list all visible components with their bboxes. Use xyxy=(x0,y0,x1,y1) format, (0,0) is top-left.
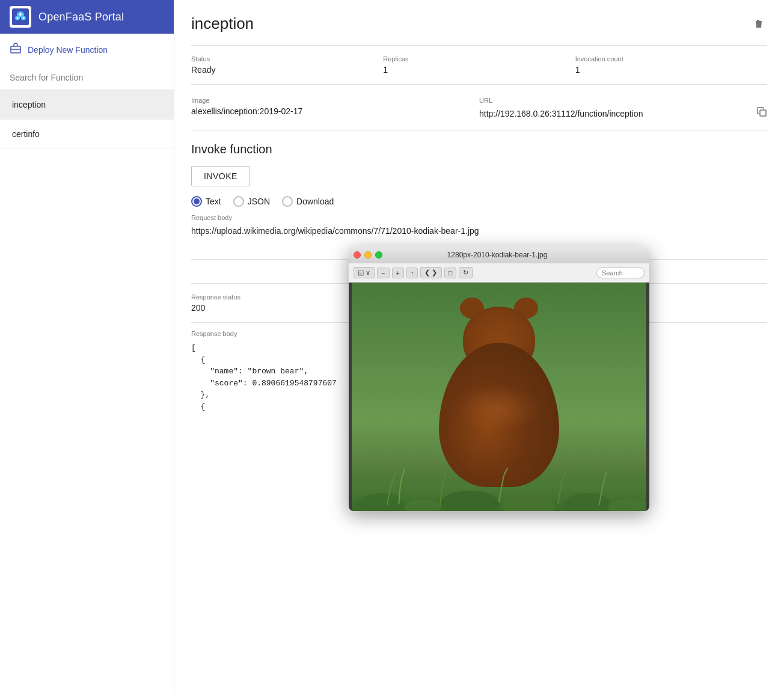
mac-titlebar: 1280px-2010-kodiak-bear-1.jpg xyxy=(349,246,649,263)
radio-download-label: Download xyxy=(296,197,334,206)
replicas-value: 1 xyxy=(383,65,575,75)
function-title: inception xyxy=(191,14,254,33)
svg-point-14 xyxy=(502,495,555,511)
mac-share[interactable]: ↑ xyxy=(406,268,418,278)
sidebar: OpenFaaS Portal Deploy New Function ince… xyxy=(0,0,174,692)
radio-download[interactable]: Download xyxy=(282,196,334,207)
meta-grid-top: Status Ready Replicas 1 Invocation count… xyxy=(191,45,767,85)
status-label: Status xyxy=(191,55,383,63)
radio-text-circle xyxy=(191,196,202,207)
radio-json-label: JSON xyxy=(248,197,270,206)
mac-search-input[interactable] xyxy=(596,268,645,278)
search-container xyxy=(0,66,174,90)
svg-point-5 xyxy=(17,17,19,19)
url-label: URL xyxy=(479,97,767,104)
mac-rotate[interactable]: ↻ xyxy=(459,267,473,278)
sidebar-header: OpenFaaS Portal xyxy=(0,0,174,34)
svg-point-11 xyxy=(358,493,405,511)
invoke-section: Invoke function INVOKE Text JSON Downloa… xyxy=(191,142,767,262)
url-value: http://192.168.0.26:31112/function/incep… xyxy=(479,109,643,118)
invocation-label: Invocation count xyxy=(575,55,767,63)
radio-text[interactable]: Text xyxy=(191,196,221,207)
function-list: inception certinfo xyxy=(0,90,174,149)
meta-replicas: Replicas 1 xyxy=(383,53,575,77)
search-input[interactable] xyxy=(10,70,164,85)
app-logo-icon xyxy=(10,6,31,28)
function-item-certinfo[interactable]: certinfo xyxy=(0,120,174,149)
svg-point-12 xyxy=(405,499,440,511)
mac-slideshow[interactable]: □ xyxy=(444,268,457,278)
deploy-button-label: Deploy New Function xyxy=(28,45,108,55)
meta-grid-bottom: Image alexellis/inception:2019-02-17 URL… xyxy=(191,87,767,130)
meta-image: Image alexellis/inception:2019-02-17 xyxy=(191,94,479,123)
url-row: http://192.168.0.26:31112/function/incep… xyxy=(479,106,767,120)
copy-url-button[interactable] xyxy=(756,106,767,120)
invocation-value: 1 xyxy=(575,65,767,75)
mac-annotate[interactable]: ❮ ❯ xyxy=(420,267,441,278)
meta-invocation: Invocation count 1 xyxy=(575,53,767,77)
mac-window: 1280px-2010-kodiak-bear-1.jpg ◱ ∨ − + ↑ … xyxy=(349,246,649,511)
svg-point-16 xyxy=(608,498,646,511)
delete-function-button[interactable] xyxy=(749,14,767,35)
image-label: Image xyxy=(191,97,479,104)
mac-zoom-in[interactable]: + xyxy=(392,268,404,278)
mac-toolbar: ◱ ∨ − + ↑ ❮ ❯ □ ↻ xyxy=(349,263,649,283)
svg-point-13 xyxy=(440,491,499,511)
main-content: inception Status Ready Replicas 1 Invoca… xyxy=(174,0,784,692)
radio-text-label: Text xyxy=(206,197,221,206)
svg-point-15 xyxy=(564,493,611,511)
app-title: OpenFaaS Portal xyxy=(38,11,124,23)
invoke-section-title: Invoke function xyxy=(191,142,767,156)
svg-point-6 xyxy=(23,17,25,19)
function-header: inception xyxy=(191,14,767,35)
replicas-label: Replicas xyxy=(383,55,575,63)
svg-point-4 xyxy=(19,13,22,16)
status-value: Ready xyxy=(191,65,383,75)
function-item-inception[interactable]: inception xyxy=(0,90,174,120)
request-body-label: Request body xyxy=(191,214,767,221)
briefcase-icon xyxy=(10,42,22,57)
deploy-new-function-button[interactable]: Deploy New Function xyxy=(0,34,174,66)
svg-rect-9 xyxy=(760,110,766,116)
invoke-button[interactable]: INVOKE xyxy=(191,166,250,186)
image-value: alexellis/inception:2019-02-17 xyxy=(191,106,479,116)
mac-window-filename: 1280px-2010-kodiak-bear-1.jpg xyxy=(350,251,645,259)
radio-download-circle xyxy=(282,196,293,207)
output-mode-radio-group: Text JSON Download xyxy=(191,196,767,207)
mac-zoom-out[interactable]: − xyxy=(377,268,389,278)
meta-url: URL http://192.168.0.26:31112/function/i… xyxy=(479,94,767,123)
mac-sidebar-toggle[interactable]: ◱ ∨ xyxy=(354,267,375,278)
radio-json-circle xyxy=(233,196,244,207)
mac-image-container xyxy=(349,283,649,511)
meta-status: Status Ready xyxy=(191,53,383,77)
bear-image xyxy=(352,283,646,511)
radio-json[interactable]: JSON xyxy=(233,196,270,207)
